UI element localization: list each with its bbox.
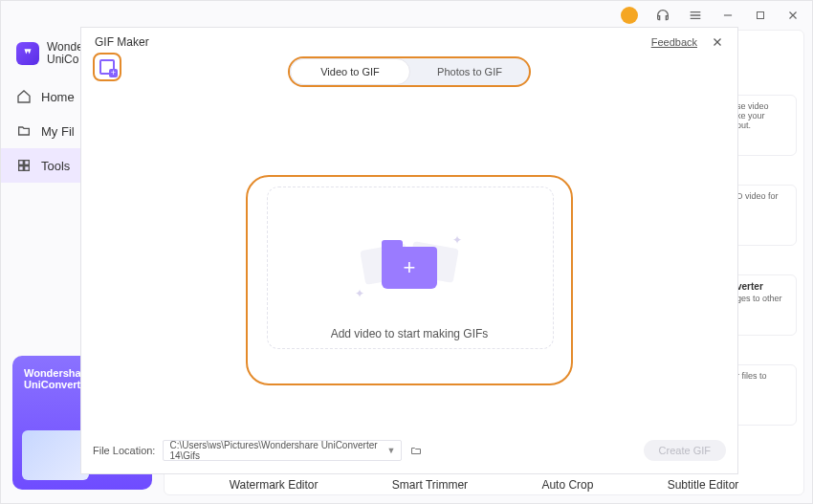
brand-line2: UniCo bbox=[47, 54, 83, 66]
svg-rect-3 bbox=[19, 166, 24, 171]
app-logo bbox=[16, 42, 39, 65]
close-icon[interactable] bbox=[711, 35, 724, 49]
modal-title: GIF Maker bbox=[95, 35, 149, 49]
open-folder-icon[interactable] bbox=[409, 445, 423, 456]
folder-plus-icon: + bbox=[382, 247, 437, 289]
sidebar-item-label: My Fil bbox=[41, 124, 75, 139]
titlebar bbox=[1, 1, 812, 30]
drop-area[interactable]: + ✦ ✦ Add video to start making GIFs bbox=[246, 175, 573, 385]
hamburger-icon[interactable] bbox=[688, 8, 703, 23]
card-body: r files to bbox=[736, 371, 790, 381]
card-body: se video ke your out. bbox=[736, 101, 790, 130]
tab-video-to-gif[interactable]: Video to GIF bbox=[290, 58, 410, 85]
promo-graphic bbox=[22, 430, 89, 480]
modal-header: GIF Maker Feedback bbox=[81, 28, 737, 53]
card-body: D video for bbox=[736, 191, 790, 201]
folder-graphic: + ✦ ✦ bbox=[357, 230, 462, 306]
svg-rect-0 bbox=[758, 12, 764, 19]
home-icon bbox=[16, 89, 32, 104]
tools-icon bbox=[16, 158, 32, 173]
create-gif-button[interactable]: Create GIF bbox=[644, 440, 726, 461]
files-icon bbox=[16, 123, 32, 139]
svg-rect-4 bbox=[25, 166, 30, 171]
card-body: ges to other bbox=[736, 294, 790, 303]
tool-link-autocrop[interactable]: Auto Crop bbox=[541, 478, 593, 492]
gif-maker-modal: GIF Maker Feedback + Video to GIF Photos… bbox=[80, 27, 738, 474]
tool-link-trimmer[interactable]: Smart Trimmer bbox=[392, 478, 468, 492]
tab-photos-to-gif[interactable]: Photos to GIF bbox=[410, 58, 529, 85]
window-maximize-icon[interactable] bbox=[753, 8, 768, 23]
mode-tabs: Video to GIF Photos to GIF bbox=[290, 58, 529, 85]
tool-link-subtitle[interactable]: Subtitle Editor bbox=[668, 478, 739, 492]
drop-text: Add video to start making GIFs bbox=[331, 327, 489, 340]
file-location-input[interactable]: C:\Users\ws\Pictures\Wondershare UniConv… bbox=[163, 440, 402, 461]
bottom-tool-row: Watermark Editor Smart Trimmer Auto Crop… bbox=[164, 471, 804, 499]
file-location-value: C:\Users\ws\Pictures\Wondershare UniConv… bbox=[169, 440, 386, 461]
svg-rect-2 bbox=[25, 161, 30, 165]
modal-footer: File Location: C:\Users\ws\Pictures\Wond… bbox=[93, 437, 726, 464]
tool-card[interactable]: D video for bbox=[730, 185, 797, 246]
app-window: Wonde UniCo Home My Fil Tools Wondersha … bbox=[0, 0, 813, 504]
svg-rect-1 bbox=[19, 161, 24, 165]
headset-icon[interactable] bbox=[655, 8, 670, 23]
tool-card[interactable]: r files to bbox=[730, 364, 797, 426]
user-avatar[interactable] bbox=[621, 7, 638, 24]
feedback-link[interactable]: Feedback bbox=[651, 36, 697, 48]
sidebar-item-label: Home bbox=[41, 90, 75, 104]
tool-card[interactable]: verter ges to other bbox=[730, 274, 797, 336]
add-file-button[interactable]: + bbox=[93, 53, 121, 81]
file-location-label: File Location: bbox=[93, 445, 155, 456]
sidebar-item-label: Tools bbox=[41, 159, 70, 173]
brand-text: Wonde UniCo bbox=[47, 41, 83, 66]
card-title: verter bbox=[736, 281, 790, 292]
tool-link-watermark[interactable]: Watermark Editor bbox=[230, 478, 319, 492]
window-close-icon[interactable] bbox=[785, 8, 801, 23]
chevron-down-icon: ▼ bbox=[387, 446, 396, 455]
add-file-icon: + bbox=[99, 59, 115, 75]
window-minimize-icon[interactable] bbox=[720, 8, 736, 23]
modal-toolbar: + Video to GIF Photos to GIF bbox=[81, 53, 737, 100]
tool-card[interactable]: se video ke your out. bbox=[730, 95, 797, 156]
